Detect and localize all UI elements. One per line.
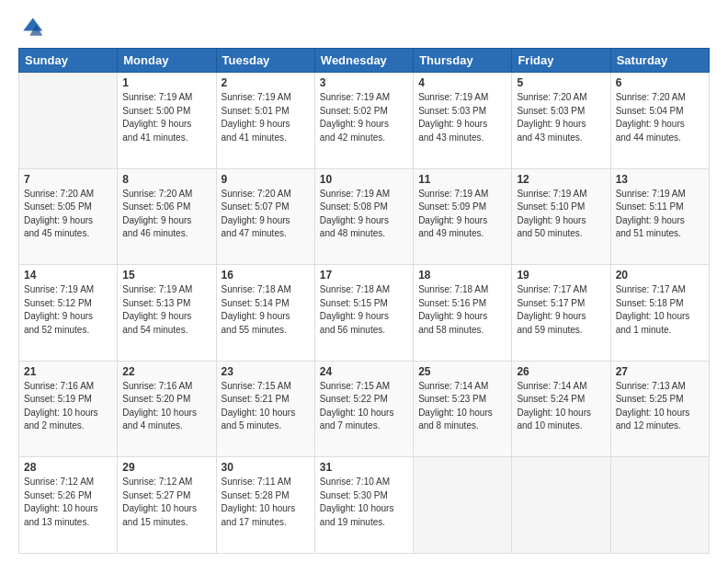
day-detail: Sunrise: 7:12 AMSunset: 5:26 PMDaylight:… [24,476,112,529]
day-detail: Sunrise: 7:19 AMSunset: 5:08 PMDaylight:… [320,188,408,241]
day-detail: Sunrise: 7:19 AMSunset: 5:09 PMDaylight:… [418,188,506,241]
calendar-cell: 1Sunrise: 7:19 AMSunset: 5:00 PMDaylight… [118,73,216,169]
weekday-header-wednesday: Wednesday [314,49,413,73]
day-detail: Sunrise: 7:15 AMSunset: 5:21 PMDaylight:… [222,380,310,433]
logo [18,15,48,40]
calendar-cell: 22Sunrise: 7:16 AMSunset: 5:20 PMDayligh… [118,361,216,457]
calendar-cell: 10Sunrise: 7:19 AMSunset: 5:08 PMDayligh… [314,168,413,265]
day-number: 31 [320,461,408,474]
day-number: 27 [616,365,704,378]
calendar-cell: 20Sunrise: 7:17 AMSunset: 5:18 PMDayligh… [610,265,709,362]
day-detail: Sunrise: 7:20 AMSunset: 5:06 PMDaylight:… [122,188,210,241]
day-number: 28 [24,461,112,474]
day-number: 20 [616,269,704,282]
calendar-cell: 14Sunrise: 7:19 AMSunset: 5:12 PMDayligh… [19,265,118,362]
day-detail: Sunrise: 7:15 AMSunset: 5:22 PMDaylight:… [320,380,408,433]
day-number: 12 [517,173,605,186]
calendar-cell: 19Sunrise: 7:17 AMSunset: 5:17 PMDayligh… [512,265,610,362]
calendar-table: SundayMondayTuesdayWednesdayThursdayFrid… [18,48,710,554]
weekday-header-saturday: Saturday [610,49,709,73]
calendar-cell: 3Sunrise: 7:19 AMSunset: 5:02 PMDaylight… [314,73,413,169]
day-detail: Sunrise: 7:20 AMSunset: 5:07 PMDaylight:… [222,188,310,241]
day-detail: Sunrise: 7:17 AMSunset: 5:17 PMDaylight:… [517,283,605,337]
day-detail: Sunrise: 7:18 AMSunset: 5:14 PMDaylight:… [222,283,310,337]
day-number: 9 [222,173,310,186]
calendar-cell: 16Sunrise: 7:18 AMSunset: 5:14 PMDayligh… [216,265,314,362]
day-detail: Sunrise: 7:12 AMSunset: 5:27 PMDaylight:… [122,476,210,529]
day-number: 3 [320,76,408,89]
calendar-cell: 7Sunrise: 7:20 AMSunset: 5:05 PMDaylight… [19,168,118,265]
day-detail: Sunrise: 7:13 AMSunset: 5:25 PMDaylight:… [616,380,704,433]
calendar-cell: 17Sunrise: 7:18 AMSunset: 5:15 PMDayligh… [314,265,413,362]
weekday-header-row: SundayMondayTuesdayWednesdayThursdayFrid… [19,49,710,73]
day-detail: Sunrise: 7:16 AMSunset: 5:19 PMDaylight:… [24,380,112,433]
day-number: 25 [418,365,506,378]
calendar-cell [19,73,118,169]
day-number: 16 [222,269,310,282]
calendar-cell: 18Sunrise: 7:18 AMSunset: 5:16 PMDayligh… [414,265,512,362]
day-detail: Sunrise: 7:19 AMSunset: 5:03 PMDaylight:… [418,91,506,144]
page: SundayMondayTuesdayWednesdayThursdayFrid… [0,0,728,563]
day-number: 5 [517,76,605,89]
day-number: 21 [24,365,112,378]
day-detail: Sunrise: 7:19 AMSunset: 5:00 PMDaylight:… [122,91,210,144]
calendar-cell: 6Sunrise: 7:20 AMSunset: 5:04 PMDaylight… [610,73,709,169]
day-detail: Sunrise: 7:11 AMSunset: 5:28 PMDaylight:… [222,476,310,529]
day-number: 17 [320,269,408,282]
day-number: 2 [222,76,310,89]
calendar-cell [610,457,709,554]
day-number: 30 [222,461,310,474]
day-number: 10 [320,173,408,186]
day-number: 29 [122,461,210,474]
day-number: 26 [517,365,605,378]
week-row-3: 21Sunrise: 7:16 AMSunset: 5:19 PMDayligh… [19,361,710,457]
day-number: 1 [122,76,210,89]
calendar-cell: 30Sunrise: 7:11 AMSunset: 5:28 PMDayligh… [216,457,314,554]
day-number: 7 [24,173,112,186]
day-detail: Sunrise: 7:17 AMSunset: 5:18 PMDaylight:… [616,283,704,337]
calendar-cell: 8Sunrise: 7:20 AMSunset: 5:06 PMDaylight… [118,168,216,265]
day-number: 15 [122,269,210,282]
day-detail: Sunrise: 7:18 AMSunset: 5:16 PMDaylight:… [418,283,506,337]
week-row-2: 14Sunrise: 7:19 AMSunset: 5:12 PMDayligh… [19,265,710,362]
day-number: 24 [320,365,408,378]
calendar-cell: 13Sunrise: 7:19 AMSunset: 5:11 PMDayligh… [610,168,709,265]
calendar-cell: 29Sunrise: 7:12 AMSunset: 5:27 PMDayligh… [118,457,216,554]
calendar-cell: 26Sunrise: 7:14 AMSunset: 5:24 PMDayligh… [512,361,610,457]
day-number: 14 [24,269,112,282]
calendar-cell: 12Sunrise: 7:19 AMSunset: 5:10 PMDayligh… [512,168,610,265]
weekday-header-friday: Friday [512,49,610,73]
day-detail: Sunrise: 7:16 AMSunset: 5:20 PMDaylight:… [122,380,210,433]
day-number: 4 [418,76,506,89]
day-number: 6 [616,76,704,89]
weekday-header-tuesday: Tuesday [216,49,314,73]
calendar-cell: 31Sunrise: 7:10 AMSunset: 5:30 PMDayligh… [314,457,413,554]
week-row-1: 7Sunrise: 7:20 AMSunset: 5:05 PMDaylight… [19,168,710,265]
weekday-header-sunday: Sunday [19,49,118,73]
calendar-cell: 25Sunrise: 7:14 AMSunset: 5:23 PMDayligh… [414,361,512,457]
day-number: 18 [418,269,506,282]
day-detail: Sunrise: 7:14 AMSunset: 5:23 PMDaylight:… [418,380,506,433]
day-number: 8 [122,173,210,186]
day-number: 22 [122,365,210,378]
day-detail: Sunrise: 7:18 AMSunset: 5:15 PMDaylight:… [320,283,408,337]
calendar-cell: 28Sunrise: 7:12 AMSunset: 5:26 PMDayligh… [19,457,118,554]
day-detail: Sunrise: 7:19 AMSunset: 5:10 PMDaylight:… [517,188,605,241]
calendar-cell: 27Sunrise: 7:13 AMSunset: 5:25 PMDayligh… [610,361,709,457]
calendar-cell: 24Sunrise: 7:15 AMSunset: 5:22 PMDayligh… [314,361,413,457]
weekday-header-monday: Monday [118,49,216,73]
week-row-4: 28Sunrise: 7:12 AMSunset: 5:26 PMDayligh… [19,457,710,554]
calendar-cell: 2Sunrise: 7:19 AMSunset: 5:01 PMDaylight… [216,73,314,169]
calendar-cell: 15Sunrise: 7:19 AMSunset: 5:13 PMDayligh… [118,265,216,362]
calendar-cell: 4Sunrise: 7:19 AMSunset: 5:03 PMDaylight… [414,73,512,169]
calendar-cell [512,457,610,554]
day-number: 11 [418,173,506,186]
calendar-cell: 9Sunrise: 7:20 AMSunset: 5:07 PMDaylight… [216,168,314,265]
svg-marker-0 [23,18,42,31]
day-detail: Sunrise: 7:19 AMSunset: 5:01 PMDaylight:… [222,91,310,144]
calendar-cell: 23Sunrise: 7:15 AMSunset: 5:21 PMDayligh… [216,361,314,457]
week-row-0: 1Sunrise: 7:19 AMSunset: 5:00 PMDaylight… [19,73,710,169]
day-number: 19 [517,269,605,282]
day-detail: Sunrise: 7:19 AMSunset: 5:13 PMDaylight:… [122,283,210,337]
day-detail: Sunrise: 7:20 AMSunset: 5:05 PMDaylight:… [24,188,112,241]
